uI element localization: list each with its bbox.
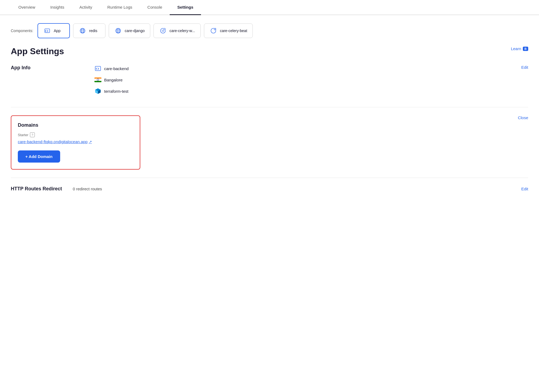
code-icon	[43, 27, 51, 35]
settings-header: App Settings Learn B	[11, 46, 528, 56]
main-content: Components: App	[0, 15, 539, 200]
component-redis[interactable]: redis	[73, 23, 105, 38]
domains-box: Domains Starter ? care-backend-ftqkq.ond…	[11, 115, 140, 170]
terraform-icon	[94, 88, 101, 95]
component-care-celery-w[interactable]: care-celery-w...	[153, 23, 201, 38]
tab-insights[interactable]: Insights	[43, 0, 72, 15]
app-info-content: care-backend Bangalore	[78, 65, 512, 99]
learn-label: Learn	[511, 46, 521, 51]
http-routes-section: HTTP Routes Redirect 0 redirect routes E…	[11, 186, 528, 192]
http-routes-edit[interactable]: Edit	[512, 187, 528, 191]
app-info-edit[interactable]: Edit	[512, 65, 528, 70]
component-care-celery-w-label: care-celery-w...	[169, 29, 195, 33]
tab-overview[interactable]: Overview	[11, 0, 43, 15]
component-app-label: App	[54, 29, 60, 33]
tab-console[interactable]: Console	[140, 0, 170, 15]
domains-row: Domains Starter ? care-backend-ftqkq.ond…	[11, 115, 528, 170]
http-routes-row: HTTP Routes Redirect 0 redirect routes E…	[11, 186, 528, 192]
components-label: Components:	[11, 29, 33, 33]
divider-2	[11, 178, 528, 178]
components-row: Components: App	[11, 23, 528, 38]
location-label: Bangalore	[104, 78, 122, 82]
cog-globe-icon	[159, 27, 167, 35]
learn-link[interactable]: Learn B	[511, 46, 528, 51]
app-info-row: App Info care-backend	[11, 65, 528, 99]
domain-url: care-backend-ftqkq.ondigitalocean.app	[18, 139, 88, 144]
component-care-celery-beat[interactable]: care-celery-beat	[204, 23, 253, 38]
domains-section: Domains Starter ? care-backend-ftqkq.ond…	[11, 115, 528, 170]
info-backend: care-backend	[94, 65, 512, 72]
flag-india-icon	[94, 76, 101, 83]
tab-activity[interactable]: Activity	[72, 0, 100, 15]
svg-point-12	[162, 30, 164, 32]
starter-label-row: Starter ?	[18, 132, 133, 137]
globe-icon-django	[114, 27, 122, 35]
redirect-count: 0 redirect routes	[73, 187, 102, 191]
code-icon-backend	[94, 65, 101, 72]
component-app[interactable]: App	[37, 23, 70, 38]
app-info-title: App Info	[11, 65, 78, 71]
starter-text: Starter	[18, 133, 28, 137]
app-info-section: App Info care-backend	[11, 65, 528, 99]
clock-globe-icon	[210, 27, 217, 35]
domains-close[interactable]: Close	[512, 115, 528, 120]
page-title: App Settings	[11, 46, 64, 56]
tab-settings[interactable]: Settings	[170, 0, 201, 15]
http-routes-left: HTTP Routes Redirect 0 redirect routes	[11, 186, 102, 192]
http-routes-title: HTTP Routes Redirect	[11, 186, 62, 192]
component-care-django[interactable]: care-django	[109, 23, 150, 38]
component-care-celery-beat-label: care-celery-beat	[220, 29, 247, 33]
divider-1	[11, 107, 528, 107]
domains-title: Domains	[18, 122, 133, 128]
learn-badge: B	[523, 47, 528, 51]
component-care-django-label: care-django	[125, 29, 145, 33]
add-domain-button[interactable]: + Add Domain	[18, 150, 60, 163]
external-link-icon: ↗	[89, 140, 92, 144]
tab-runtime-logs[interactable]: Runtime Logs	[100, 0, 140, 15]
info-project: terraform-test	[94, 88, 512, 95]
info-location: Bangalore	[94, 76, 512, 83]
domain-url-link[interactable]: care-backend-ftqkq.ondigitalocean.app ↗	[18, 139, 133, 144]
app-info-left: App Info	[11, 65, 78, 71]
globe-icon-redis	[79, 27, 86, 35]
top-nav: Overview Insights Activity Runtime Logs …	[0, 0, 539, 15]
project-label: terraform-test	[104, 89, 128, 94]
component-redis-label: redis	[89, 29, 97, 33]
backend-label: care-backend	[104, 66, 129, 71]
starter-question-icon[interactable]: ?	[30, 132, 35, 137]
